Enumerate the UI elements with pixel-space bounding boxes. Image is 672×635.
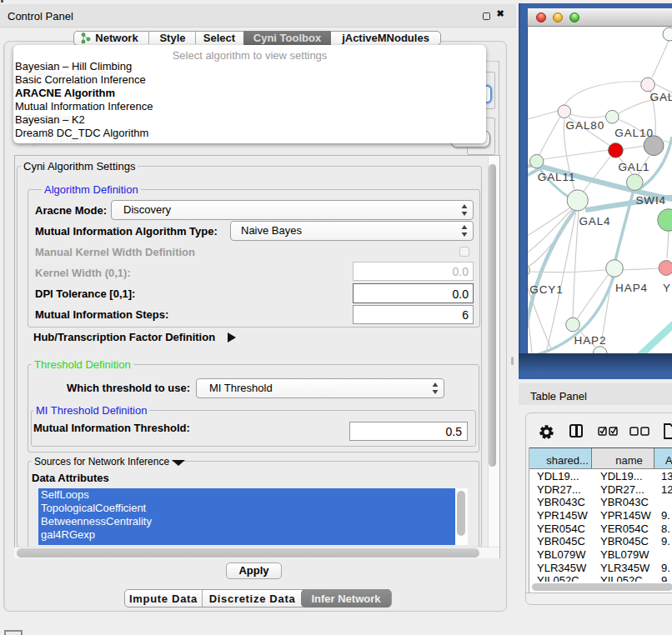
svg-text:GAL: GAL — [650, 91, 672, 103]
svg-text:SWI4: SWI4 — [635, 194, 666, 207]
svg-text:Y: Y — [663, 282, 671, 294]
svg-text:GCY1: GCY1 — [529, 283, 563, 296]
svg-text:GAL80: GAL80 — [566, 119, 605, 132]
svg-text:HAP2: HAP2 — [574, 334, 607, 347]
svg-text:GAL10: GAL10 — [614, 127, 654, 139]
svg-text:GAL4: GAL4 — [579, 215, 610, 228]
svg-text:GAL1: GAL1 — [618, 161, 649, 173]
svg-text:GAL11: GAL11 — [538, 171, 576, 183]
svg-text:HAP4: HAP4 — [615, 282, 648, 294]
